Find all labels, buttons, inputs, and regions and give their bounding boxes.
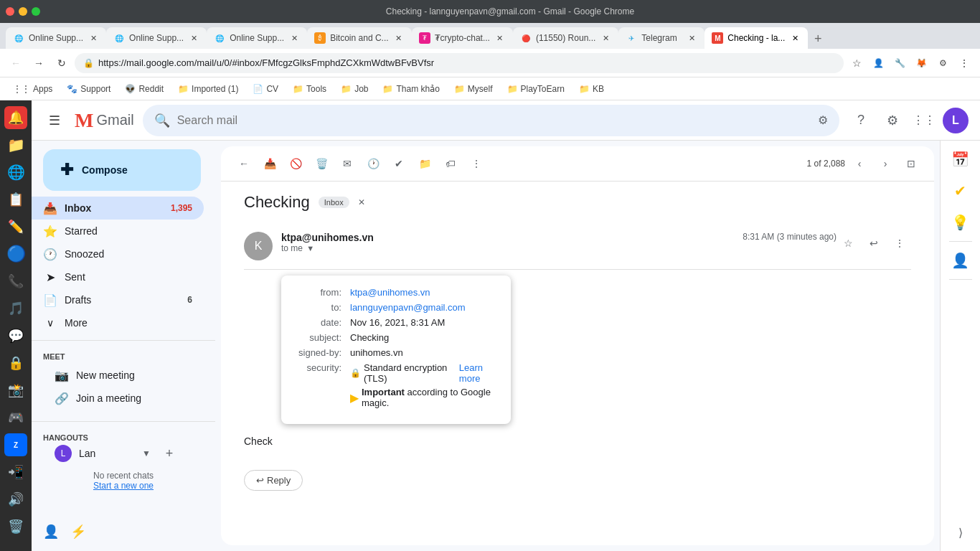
search-filter-icon[interactable]: ⚙ xyxy=(818,113,828,127)
bookmark-apps[interactable]: ⋮⋮ Apps xyxy=(7,83,58,95)
to-email-link[interactable]: lannguyenpavn@gmail.com xyxy=(350,302,466,313)
sidebar-item-drafts[interactable]: 📄 Drafts 6 xyxy=(32,288,204,311)
email-view-mode-btn[interactable]: ⊡ xyxy=(900,152,923,175)
task-btn[interactable]: ✔ xyxy=(387,152,410,175)
sidebar-item-join-meeting[interactable]: 🔗 Join a meeting xyxy=(43,387,192,410)
tab-2-close[interactable]: ✕ xyxy=(188,32,199,44)
sys-icon-5[interactable]: ✏️ xyxy=(4,215,27,238)
tab-3-close[interactable]: ✕ xyxy=(288,32,300,44)
right-panel-contacts-btn[interactable]: 👤 xyxy=(948,248,974,273)
apps-btn[interactable]: ⋮⋮ xyxy=(911,108,937,133)
inbox-badge[interactable]: Inbox xyxy=(319,197,349,208)
reply-btn[interactable]: ↩ xyxy=(862,232,885,255)
tab-5[interactable]: ₮ ₮crypto-chat... ✕ xyxy=(412,27,513,49)
move-btn[interactable]: 📁 xyxy=(413,152,436,175)
to-me[interactable]: to me ▼ xyxy=(281,243,743,253)
search-input[interactable] xyxy=(177,114,811,127)
prev-email-btn[interactable]: ‹ xyxy=(848,152,871,175)
hangouts-add-btn[interactable]: + xyxy=(158,442,181,465)
sys-icon-4[interactable]: 📋 xyxy=(4,188,27,211)
tab-1-close[interactable]: ✕ xyxy=(88,32,99,44)
person-icon[interactable]: 👤 xyxy=(43,524,59,540)
right-panel-tasks-btn[interactable]: ✔ xyxy=(948,178,974,204)
tab-4-close[interactable]: ✕ xyxy=(393,32,405,44)
extension-btn[interactable]: 🔧 xyxy=(890,53,910,73)
bookmark-myself[interactable]: 📁 Myself xyxy=(448,83,499,95)
bookmark-imported[interactable]: 📁 Imported (1) xyxy=(172,83,244,95)
sys-icon-8[interactable]: 🎵 xyxy=(4,297,27,320)
sidebar-item-more[interactable]: ∨ More xyxy=(32,311,204,334)
sys-icon-6[interactable]: 🔵 xyxy=(4,242,27,265)
more-email-options-btn[interactable]: ⋮ xyxy=(888,232,911,255)
tab-8[interactable]: M Checking - la... ✕ xyxy=(705,27,808,49)
close-window-btn[interactable] xyxy=(6,7,14,16)
minimize-window-btn[interactable] xyxy=(19,7,27,16)
extension3-btn[interactable]: ⚙ xyxy=(933,53,953,73)
sys-icon-9[interactable]: 💬 xyxy=(4,324,27,347)
right-panel-expand-btn[interactable]: ⟩ xyxy=(948,519,974,545)
maximize-window-btn[interactable] xyxy=(32,7,40,16)
tab-6[interactable]: 🔴 (11550) Roun... ✕ xyxy=(513,27,618,49)
tab-8-close[interactable]: ✕ xyxy=(789,32,801,44)
tab-7[interactable]: ✈ Telegram ✕ xyxy=(618,27,705,49)
label-btn[interactable]: 🏷 xyxy=(439,152,462,175)
spam-btn[interactable]: 🚫 xyxy=(284,152,307,175)
tab-4[interactable]: ₿ Bitcoin and C... ✕ xyxy=(307,27,411,49)
user-avatar[interactable]: L xyxy=(943,108,969,133)
bookmark-support[interactable]: 🐾 Support xyxy=(61,83,116,95)
bookmark-btn[interactable]: ☆ xyxy=(847,53,867,73)
sys-icon-10[interactable]: 🔒 xyxy=(4,352,27,375)
bookmark-reddit[interactable]: 👽 Reddit xyxy=(119,83,169,95)
bookmark-thamkhao[interactable]: 📁 Tham khảo xyxy=(377,83,445,95)
bookmark-cv[interactable]: 📄 CV xyxy=(247,83,284,95)
tab-5-close[interactable]: ✕ xyxy=(494,32,506,44)
sys-icon-3[interactable]: 🌐 xyxy=(4,161,27,184)
reply-inline-btn[interactable]: ↩ Reply xyxy=(244,470,303,491)
sidebar-item-starred[interactable]: ⭐ Starred xyxy=(32,220,204,242)
right-panel-keep-btn[interactable]: 💡 xyxy=(948,209,974,235)
help-btn[interactable]: ? xyxy=(848,108,874,133)
tab-1[interactable]: 🌐 Online Supp... ✕ xyxy=(6,27,106,49)
tab-6-close[interactable]: ✕ xyxy=(600,32,611,44)
sidebar-item-snoozed[interactable]: 🕐 Snoozed xyxy=(32,242,204,265)
address-bar[interactable]: 🔒 https://mail.google.com/mail/u/0/#inbo… xyxy=(75,53,844,73)
delete-btn[interactable]: 🗑️ xyxy=(310,152,333,175)
new-tab-btn[interactable]: + xyxy=(808,29,828,49)
back-btn[interactable]: ← xyxy=(6,53,26,73)
compose-button[interactable]: ✚ Compose xyxy=(43,149,201,191)
hamburger-menu-btn[interactable]: ☰ xyxy=(43,109,66,132)
learn-more-link[interactable]: Learn more xyxy=(459,362,499,384)
tab-2[interactable]: 🌐 Online Supp... ✕ xyxy=(106,27,207,49)
sys-icon-2[interactable]: 📁 xyxy=(4,133,27,156)
refresh-btn[interactable]: ↻ xyxy=(52,53,72,73)
search-bar[interactable]: 🔍 ⚙ xyxy=(143,105,839,136)
menu-btn[interactable]: ⋮ xyxy=(954,53,974,73)
mark-unread-btn[interactable]: ✉ xyxy=(336,152,359,175)
tab-3[interactable]: 🌐 Online Supp... ✕ xyxy=(207,27,307,49)
sidebar-item-new-meeting[interactable]: 📷 New meeting xyxy=(43,364,192,387)
tab-7-close[interactable]: ✕ xyxy=(686,32,697,44)
back-to-inbox-btn[interactable]: ← xyxy=(232,152,255,175)
sys-icon-zalo[interactable]: Z xyxy=(4,433,27,456)
status-icon[interactable]: ⚡ xyxy=(70,524,86,540)
extension2-btn[interactable]: 🦊 xyxy=(911,53,931,73)
profile-btn[interactable]: 👤 xyxy=(868,53,888,73)
sidebar-item-hangouts-user[interactable]: L Lan ▼ + xyxy=(43,442,192,465)
snooze-btn[interactable]: 🕐 xyxy=(362,152,385,175)
archive-btn[interactable]: 📥 xyxy=(258,152,281,175)
right-panel-calendar-btn[interactable]: 📅 xyxy=(948,146,974,172)
bookmark-tools[interactable]: 📁 Tools xyxy=(287,83,332,95)
sys-icon-12[interactable]: 🎮 xyxy=(4,406,27,429)
more-options-btn[interactable]: ⋮ xyxy=(465,152,488,175)
bookmark-playtoearn[interactable]: 📁 PlayToEarn xyxy=(501,83,570,95)
badge-close-icon[interactable]: ✕ xyxy=(358,197,365,207)
sys-icon-13[interactable]: 📲 xyxy=(4,461,27,484)
sys-icon-7[interactable]: 📞 xyxy=(4,270,27,293)
sys-icon-15[interactable]: 🗑️ xyxy=(4,515,27,538)
from-email-link[interactable]: ktpa@unihomes.vn xyxy=(350,287,430,298)
sidebar-item-inbox[interactable]: 📥 Inbox 1,395 xyxy=(32,197,204,220)
sidebar-item-sent[interactable]: ➤ Sent xyxy=(32,265,204,288)
sys-icon-11[interactable]: 📸 xyxy=(4,379,27,402)
sys-icon-1[interactable]: 🔔 xyxy=(4,106,27,129)
bookmark-job[interactable]: 📁 Job xyxy=(335,83,374,95)
